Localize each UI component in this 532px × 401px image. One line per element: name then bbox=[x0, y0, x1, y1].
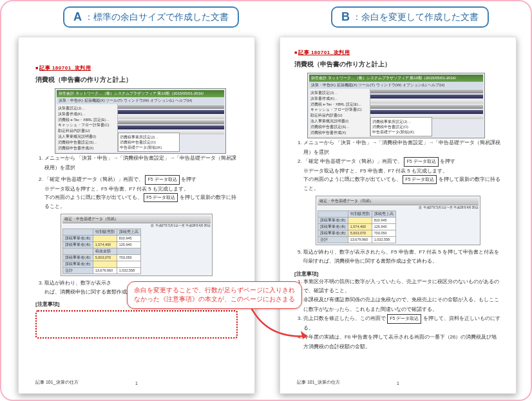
step-2: 「確定 申告基礎データ（簡易）」画面で、 F5 データ取込 を押す bbox=[44, 175, 238, 185]
caution-1: 事業区分不明の箇所に数字が入っていたら、売上データに税区分のないものがあるので、… bbox=[303, 277, 502, 296]
callout-line2: なかった《注意事項》の本文が、このページにおさまる bbox=[134, 295, 295, 304]
footer-pagenum: 1 bbox=[135, 381, 138, 386]
menu-item: 決算書設定(J)… bbox=[310, 90, 368, 96]
callout-line1: 余白を変更することで、行数が足らずページに入りきれ bbox=[134, 286, 295, 295]
menu-item: キャッシュ・フロー計算書(C) bbox=[58, 122, 116, 128]
app-screenshot-a: 弥生会計 ネットワーク…（株）システムプラザソフィア 第10期（2015/05/… bbox=[55, 88, 226, 154]
step-1: メニューから 「決算・申告」→「消費税申告書設定」→「申告基礎データ（簡易課税用… bbox=[303, 138, 502, 157]
f5-key: F5 データ取込 bbox=[144, 193, 178, 202]
table-title: 確定・申告基礎データ（簡易） bbox=[62, 216, 211, 223]
doc-header-redline: 記事 180701_攻判用 bbox=[298, 50, 350, 55]
steps-b: メニューから 「決算・申告」→「消費税申告書設定」→「申告基礎データ（簡易課税用… bbox=[294, 138, 502, 166]
menu-item: 決算書設定(J)… bbox=[58, 106, 116, 111]
caution-2: 非課税及び有価証券関係の売上は免税なので、免税売上にその金額が入る。もしここに数… bbox=[303, 295, 502, 314]
menu-item: 消費税申告書設定(S)… bbox=[310, 124, 368, 130]
app-submenu: 消費税事業所設定(J)… 消費税申告書設定(O) 申告基礎データ(類似)(K) bbox=[118, 133, 180, 153]
label-a: A ：標準の余白サイズで作成した文書 bbox=[63, 6, 239, 28]
submenu-item: 消費税事業所設定(J)… bbox=[372, 119, 430, 124]
label-b-text: ：余白を変更して作成した文書 bbox=[352, 12, 479, 23]
menu-item: 決算書作成(K)… bbox=[58, 111, 116, 117]
page-a: ■ 記事 180701_攻判用 消費税（申告書の作り方と計上） 弥生会計 ネット… bbox=[18, 37, 255, 394]
table-screenshot-a: 確定・申告基礎データ（簡易） 自 平成27年5月1日〜至 平成28年4月30日 … bbox=[61, 214, 213, 276]
note2: 下の画面のように既に数字が出ていても、 F5 データ取込 を押して最新の数字に持… bbox=[44, 193, 238, 210]
label-a-text: ：標準の余白サイズで作成した文書 bbox=[84, 12, 229, 23]
label-b: B ：余白を変更して作成した文書 bbox=[331, 6, 489, 28]
mini-table: 特別販売割課税売上高 課税事業者(未)810,945 課税事業者(未)1,574… bbox=[318, 210, 396, 243]
menu-item: 決算書作成(K)… bbox=[310, 96, 368, 102]
caution-list: 事業区分不明の箇所に数字が入っていたら、売上データに税区分のないものがあるので、… bbox=[294, 277, 502, 351]
step-1: メニューから 「決算・申告」→「消費税申告書設定」→「申告基礎データ（簡易課税用… bbox=[44, 154, 238, 173]
f5-key: F5 データ取込 bbox=[387, 314, 421, 324]
menu-item: 勘定科目内訳書(U) bbox=[58, 128, 116, 134]
menu-item: 消費税申告書設定(S)… bbox=[58, 140, 116, 145]
caution-empty-box bbox=[35, 310, 238, 339]
menu-item: 消費税申告書作成(X) bbox=[310, 130, 368, 136]
app-screenshot-b: 弥生会計 ネットワーク…（株）システムプラザソフィア 第10期（2015/05/… bbox=[307, 73, 485, 138]
note1: ※データ取込を押すと、F5 申告書、F7 付表 5 も完成します。 bbox=[303, 167, 502, 176]
table-period: 自 平成27年5月1日〜至 平成28年4月30日 bbox=[318, 205, 479, 209]
menu-item: 法人事業概況説明書(I) bbox=[58, 134, 116, 140]
f5-key: F5 データ取込 bbox=[403, 175, 437, 184]
callout-box: 余白を変更することで、行数が足らずページに入りきれ なかった《注意事項》の本文が… bbox=[127, 281, 302, 309]
doc-header-redline: 記事 180701_攻判用 bbox=[39, 65, 91, 71]
menu-item: キャッシュ・フロー計算書(C) bbox=[310, 107, 368, 113]
menu-item: 消費税 e-Tax・XBRL 設定(E)… bbox=[58, 117, 116, 123]
submenu-item: 申告基礎データ(類似)(K) bbox=[372, 129, 430, 135]
caution-4: 今年度の実績は、F6 申告書を押して表示される画面の一番下（26）の消費税及び地… bbox=[303, 333, 502, 351]
app-titlebar: 弥生会計 ネットワーク…（株）システムプラザソフィア 第10期（2015/05/… bbox=[57, 90, 224, 97]
comparison-figure: A ：標準の余白サイズで作成した文書 B ：余白を変更して作成した文書 ■ 記事… bbox=[0, 0, 532, 401]
caution-3: 売上日数を修正したら、この画面で F5 データ取込 を押して、資料を正しいものに… bbox=[303, 314, 502, 333]
f5-key: F5 データ取込 bbox=[145, 175, 179, 185]
steps-a: メニューから 「決算・申告」→「消費税申告書設定」→「申告基礎データ（簡易課税用… bbox=[35, 154, 238, 173]
footer-left: 記事 101_決算の仕方 bbox=[35, 379, 79, 386]
app-titlebar: 弥生会計 ネットワーク…（株）システムプラザソフィア 第10期（2015/05/… bbox=[309, 75, 483, 82]
label-a-letter: A bbox=[73, 10, 82, 24]
submenu-item: 消費税申告書設定(O) bbox=[372, 124, 430, 129]
app-right: 消費税事業所設定(J)… 消費税申告書設定(O) 申告基礎データ(類似)(K) bbox=[370, 89, 483, 136]
caution-title: [注意事項] bbox=[294, 270, 502, 277]
table-title: 確定・申告基礎データ（簡易） bbox=[318, 198, 479, 205]
note2: 下の画面のように既に数字が出ていても、 F5 データ取込 を押して最新の数字に持… bbox=[303, 175, 502, 192]
mini-table: 特別販売割課税売上高 課税事業者(未)810,945 課税事業者(未)1,574… bbox=[62, 228, 141, 274]
app-menu: 決算・申告(K) 拡張機能(X) ツール(T) ウィンドウ(W) オプション(L… bbox=[57, 97, 224, 104]
note1: ※データ取込を押すと、F5 申告書、F7 付表 5 も完成します。 bbox=[44, 185, 238, 194]
menu-item: 勘定科目内訳書(U) bbox=[310, 113, 368, 118]
table-period: 自 平成27年5月1日〜至 平成28年4月30日 bbox=[62, 223, 211, 227]
submenu-item: 申告基礎データ(類似)(K) bbox=[120, 145, 178, 150]
menu-item: 消費税 e-Tax・XBRL 設定(E)… bbox=[310, 102, 368, 107]
page-b: ■ 記事 180701_攻判用 消費税（申告書の作り方と計上） 弥生会計 ネット… bbox=[280, 37, 517, 394]
doc-title: 消費税（申告書の作り方と計上） bbox=[35, 75, 238, 84]
submenu-item: 消費税事業所設定(J)… bbox=[120, 135, 178, 140]
f5-key: F5 データ取込 bbox=[404, 157, 438, 167]
label-b-letter: B bbox=[341, 10, 350, 24]
step-5: 取込が終わり、数字が表示されたら、F5 申告書、F7 付表 5 を押して申告書と… bbox=[303, 248, 502, 266]
app-menu: 決算・申告(K) 拡張機能(X) ツール(T) ウィンドウ(W) オプション(L… bbox=[309, 82, 483, 89]
app-right: 消費税事業所設定(J)… 消費税申告書設定(O) 申告基礎データ(類似)(K) bbox=[118, 104, 224, 152]
app-left-menu: 決算書設定(J)… 決算書作成(K)… 消費税 e-Tax・XBRL 設定(E)… bbox=[309, 89, 370, 136]
app-left-menu: 決算書設定(J)… 決算書作成(K)… 消費税 e-Tax・XBRL 設定(E)… bbox=[57, 104, 118, 152]
menu-item: 法人事業概況説明書(I) bbox=[310, 118, 368, 124]
footer-left: 記事 101_決算の仕方 bbox=[297, 379, 340, 386]
submenu-item: 消費税申告書設定(O) bbox=[120, 140, 178, 145]
doc-title: 消費税（申告書の作り方と計上） bbox=[294, 60, 502, 69]
table-screenshot-b: 確定・申告基礎データ（簡易） 自 平成27年5月1日〜至 平成28年4月30日 … bbox=[316, 196, 480, 245]
menu-item: 消費税申告書作成(X) bbox=[58, 145, 116, 151]
footer-pagenum: 1 bbox=[397, 381, 399, 386]
step-2: 「確定 申告基礎データ（簡易）」画面で、 F5 データ取込 を押す bbox=[303, 157, 502, 167]
app-submenu: 消費税事業所設定(J)… 消費税申告書設定(O) 申告基礎データ(類似)(K) bbox=[370, 117, 432, 137]
